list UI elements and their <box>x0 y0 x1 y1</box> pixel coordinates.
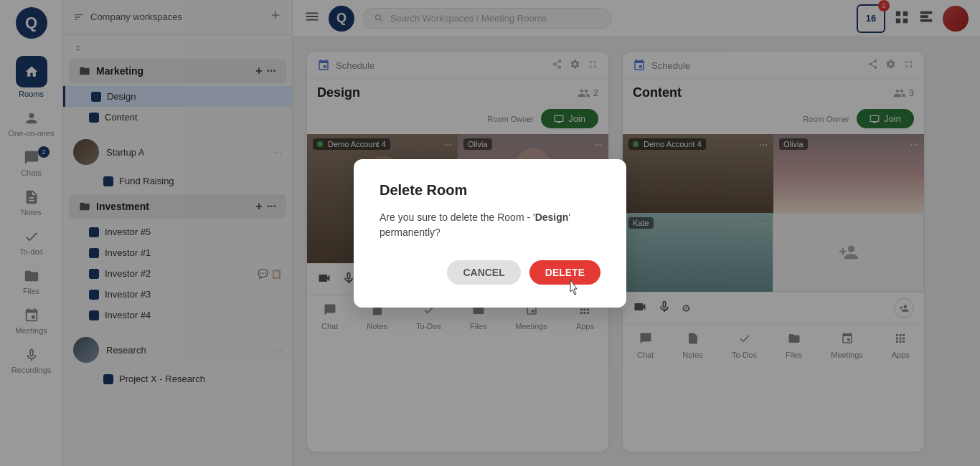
modal-room-name: Design <box>535 211 569 223</box>
main-content: Q Search Workspaces / Meeting Rooms 16 0 <box>293 0 980 466</box>
modal-title: Delete Room <box>380 182 600 199</box>
modal-body: Are you sure to delete the Room - 'Desig… <box>380 210 600 240</box>
modal-overlay: Delete Room Are you sure to delete the R… <box>293 0 980 466</box>
modal-actions: CANCEL DELETE <box>380 260 600 285</box>
cancel-button[interactable]: CANCEL <box>447 260 520 285</box>
modal-body-prefix: Are you sure to delete the Room - ' <box>380 211 535 223</box>
delete-room-modal: Delete Room Are you sure to delete the R… <box>354 159 626 308</box>
delete-button[interactable]: DELETE <box>529 260 600 285</box>
